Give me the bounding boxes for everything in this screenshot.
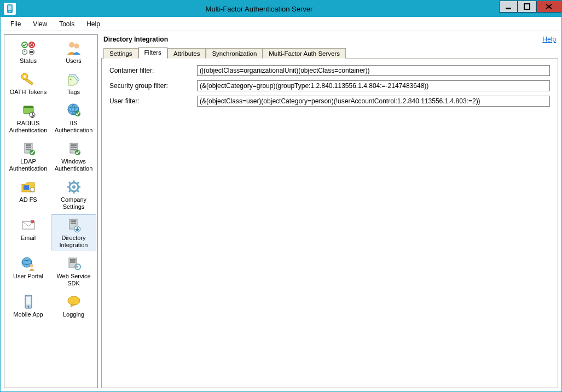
sidebar-item-label: User Portal bbox=[13, 273, 43, 280]
svg-point-34 bbox=[30, 188, 34, 192]
sidebar-item-mobile-app[interactable]: Mobile App bbox=[5, 291, 51, 320]
svg-rect-33 bbox=[24, 185, 29, 190]
svg-line-42 bbox=[77, 182, 79, 184]
menu-bar: File View Tools Help bbox=[1, 17, 561, 31]
sidebar-item-directory-integration[interactable]: Directory Integration bbox=[51, 214, 96, 250]
sidebar-item-logging[interactable]: Logging bbox=[51, 291, 96, 320]
radius-icon bbox=[19, 102, 38, 119]
server-icon bbox=[65, 141, 83, 157]
sidebar-item-label: Users bbox=[66, 57, 82, 65]
svg-rect-24 bbox=[26, 144, 31, 146]
svg-rect-1 bbox=[8, 5, 11, 10]
svg-rect-25 bbox=[26, 147, 31, 148]
sidebar-item-label: LDAP Authentication bbox=[7, 158, 49, 172]
sidebar-item-label: RADIUS Authentication bbox=[7, 120, 49, 134]
sidebar-item-status[interactable]: Status bbox=[5, 37, 51, 66]
sidebar-item-radius-auth[interactable]: RADIUS Authentication bbox=[5, 100, 51, 136]
sidebar-item-ldap-auth[interactable]: LDAP Authentication bbox=[5, 138, 51, 174]
phone-icon bbox=[19, 294, 38, 310]
svg-rect-4 bbox=[524, 4, 530, 9]
tab-settings[interactable]: Settings bbox=[103, 48, 138, 58]
sidebar-item-label: Status bbox=[20, 57, 37, 65]
svg-line-40 bbox=[69, 182, 71, 184]
svg-point-53 bbox=[30, 264, 33, 267]
svg-rect-55 bbox=[70, 259, 76, 261]
svg-rect-29 bbox=[71, 144, 77, 146]
sidebar-item-label: Logging bbox=[63, 311, 84, 318]
input-security-group-filter[interactable] bbox=[197, 80, 550, 91]
svg-rect-56 bbox=[70, 261, 76, 263]
sidebar-item-web-service-sdk[interactable]: Web Service SDK bbox=[51, 253, 96, 289]
sidebar-item-label: OATH Tokens bbox=[10, 89, 47, 96]
tab-mfa-servers[interactable]: Multi-Factor Auth Servers bbox=[263, 48, 346, 58]
sidebar-item-windows-auth[interactable]: Windows Authentication bbox=[51, 138, 96, 174]
menu-view[interactable]: View bbox=[27, 18, 53, 30]
help-link[interactable]: Help bbox=[542, 36, 556, 43]
window-title: Multi-Factor Authentication Server bbox=[19, 5, 499, 13]
svg-rect-14 bbox=[25, 79, 33, 85]
svg-rect-60 bbox=[26, 297, 31, 305]
label-security-group-filter: Security group filter: bbox=[109, 82, 197, 90]
tags-icon bbox=[65, 71, 83, 87]
sidebar-item-label: AD FS bbox=[19, 196, 37, 203]
status-icon bbox=[19, 40, 38, 56]
label-user-filter: User filter: bbox=[109, 97, 197, 105]
sidebar-item-company-settings[interactable]: Company Settings bbox=[51, 176, 96, 212]
sidebar: Status Users bbox=[4, 34, 98, 388]
sidebar-item-label: IIS Authentication bbox=[53, 120, 95, 134]
svg-rect-26 bbox=[26, 149, 31, 150]
server-icon bbox=[19, 141, 38, 157]
row-container-filter: Container filter: bbox=[109, 65, 550, 76]
row-user-filter: User filter: bbox=[109, 96, 550, 107]
sidebar-item-oath-tokens[interactable]: OATH Tokens bbox=[5, 68, 51, 97]
sidebar-item-label: Email bbox=[21, 235, 36, 242]
folder-icon bbox=[19, 179, 38, 195]
menu-tools[interactable]: Tools bbox=[54, 18, 80, 30]
tab-strip: Settings Filters Attributes Synchronizat… bbox=[101, 46, 558, 58]
svg-rect-31 bbox=[71, 149, 77, 150]
close-button[interactable] bbox=[536, 1, 561, 13]
svg-point-13 bbox=[23, 75, 25, 78]
svg-point-61 bbox=[27, 306, 29, 308]
label-container-filter: Container filter: bbox=[109, 67, 197, 74]
iis-icon bbox=[65, 102, 83, 119]
envelope-icon bbox=[19, 217, 38, 233]
minimize-button[interactable] bbox=[499, 1, 518, 13]
sidebar-item-user-portal[interactable]: User Portal bbox=[5, 253, 51, 289]
server-gear-icon bbox=[65, 255, 83, 272]
app-icon bbox=[4, 3, 16, 15]
svg-rect-9 bbox=[30, 51, 33, 53]
sidebar-item-adfs[interactable]: AD FS bbox=[5, 176, 51, 212]
tab-page-filters: Container filter: Security group filter:… bbox=[101, 58, 558, 388]
menu-help[interactable]: Help bbox=[81, 18, 106, 30]
tab-attributes[interactable]: Attributes bbox=[167, 48, 206, 58]
key-icon bbox=[19, 71, 38, 87]
sidebar-item-label: Mobile App bbox=[13, 311, 43, 318]
title-bar: Multi-Factor Authentication Server bbox=[1, 1, 561, 17]
svg-rect-30 bbox=[71, 147, 77, 148]
input-user-filter[interactable] bbox=[197, 96, 550, 107]
svg-line-43 bbox=[69, 190, 71, 192]
sidebar-item-label: Company Settings bbox=[53, 196, 95, 210]
tab-filters[interactable]: Filters bbox=[138, 47, 167, 58]
svg-point-62 bbox=[68, 296, 80, 305]
svg-rect-49 bbox=[71, 223, 76, 224]
directory-server-icon bbox=[65, 217, 83, 233]
panel-title: Directory Integration bbox=[103, 36, 168, 43]
svg-point-44 bbox=[72, 185, 76, 189]
sidebar-item-email[interactable]: Email bbox=[5, 214, 51, 250]
menu-file[interactable]: File bbox=[5, 18, 26, 30]
input-container-filter[interactable] bbox=[197, 65, 550, 76]
sidebar-item-label: Directory Integration bbox=[53, 235, 95, 249]
sidebar-item-iis-auth[interactable]: IIS Authentication bbox=[51, 100, 96, 136]
svg-point-10 bbox=[69, 42, 74, 48]
window-controls bbox=[499, 1, 561, 17]
tab-synchronization[interactable]: Synchronization bbox=[206, 48, 263, 58]
sidebar-item-users[interactable]: Users bbox=[51, 37, 96, 66]
row-security-group-filter: Security group filter: bbox=[109, 80, 550, 91]
svg-point-2 bbox=[9, 11, 10, 12]
svg-rect-46 bbox=[31, 220, 34, 223]
sidebar-item-tags[interactable]: Tags bbox=[51, 68, 96, 97]
svg-rect-48 bbox=[71, 220, 76, 222]
maximize-button[interactable] bbox=[518, 1, 536, 13]
